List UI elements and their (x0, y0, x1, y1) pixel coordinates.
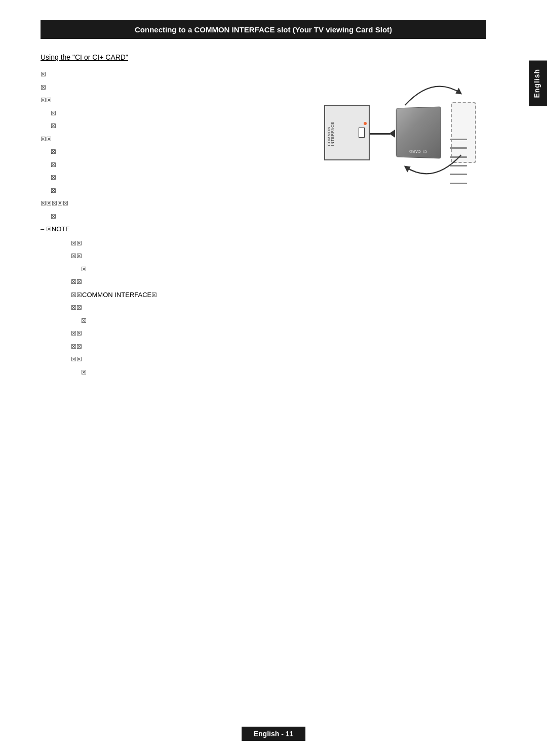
line3c: ☒ (51, 121, 294, 131)
note5b: ☒ (81, 316, 294, 326)
line3a: ☒☒ (41, 95, 294, 105)
pin-6 (450, 183, 467, 184)
note4: ☒☒COMMON INTERFACE☒ (71, 290, 294, 300)
subtitle: Using the "CI or CI+ CARD" (41, 53, 506, 61)
note7: ☒☒ (71, 342, 294, 352)
slot-port (359, 128, 365, 138)
note-header: – ☒NOTE (41, 224, 294, 234)
note3: ☒☒ (71, 277, 294, 287)
image-section: COMMON INTERFACE CI CARD (314, 69, 486, 380)
diagram: COMMON INTERFACE CI CARD (319, 74, 481, 186)
note8b: ☒ (81, 367, 294, 377)
side-tab: English (529, 61, 547, 106)
page-number-label: English - 11 (254, 730, 294, 738)
slot-dot (364, 122, 367, 125)
subtitle-text: Using the "CI or CI+ CARD" (41, 53, 128, 61)
line2: ☒ (41, 82, 294, 93)
title-text: Connecting to a COMMON INTERFACE slot (Y… (135, 25, 392, 34)
page-container: English Connecting to a COMMON INTERFACE… (0, 0, 547, 756)
page-footer: English - 11 (0, 727, 547, 741)
line5a: ☒☒☒☒☒ (41, 198, 294, 208)
line1: ☒ (41, 69, 294, 79)
line4c: ☒ (51, 160, 294, 170)
side-tab-label: English (533, 69, 541, 98)
note8a: ☒☒ (71, 354, 294, 364)
note6: ☒☒ (71, 328, 294, 339)
tv-slot-box: COMMON INTERFACE (324, 105, 370, 160)
note1: ☒☒ (71, 238, 294, 248)
curved-arrow-bottom-icon (400, 150, 466, 181)
arrow-left-icon (370, 129, 395, 139)
note2b: ☒ (81, 264, 294, 274)
note5a: ☒☒ (71, 303, 294, 313)
line4e: ☒ (51, 186, 294, 196)
pin-2 (450, 147, 467, 149)
line4b: ☒ (51, 147, 294, 157)
note2a: ☒☒ (71, 251, 294, 261)
title-bar: Connecting to a COMMON INTERFACE slot (Y… (41, 20, 486, 39)
line4a: ☒☒ (41, 134, 294, 144)
main-content: ☒ ☒ ☒☒ ☒ ☒ ☒☒ ☒ ☒ ☒ ☒ ☒☒☒☒☒ ☒ – ☒NOTE ☒☒… (41, 69, 486, 380)
text-section: ☒ ☒ ☒☒ ☒ ☒ ☒☒ ☒ ☒ ☒ ☒ ☒☒☒☒☒ ☒ – ☒NOTE ☒☒… (41, 69, 294, 380)
pin-1 (450, 139, 467, 140)
slot-label: COMMON INTERFACE (327, 119, 334, 146)
line4d: ☒ (51, 173, 294, 183)
page-number-box: English - 11 (242, 727, 306, 741)
line5b: ☒ (51, 212, 294, 222)
line3b: ☒ (51, 108, 294, 118)
